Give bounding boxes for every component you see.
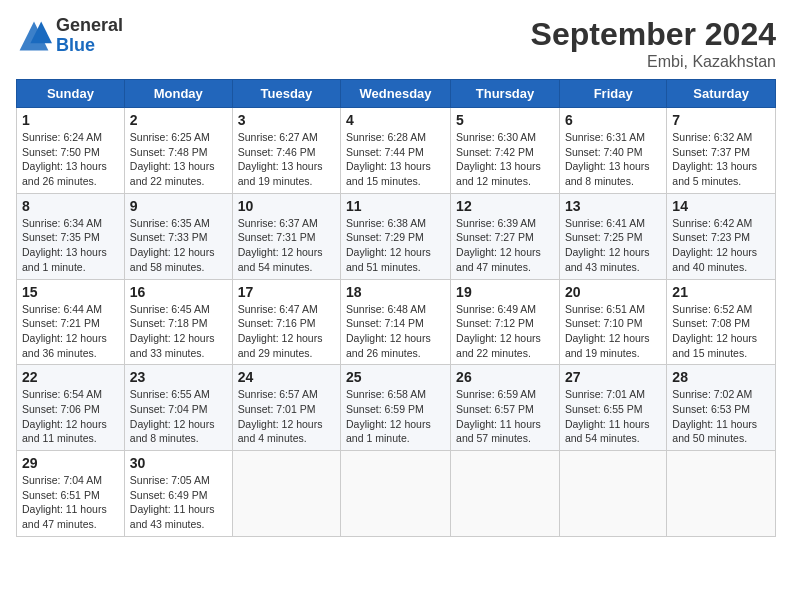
day-number: 3 bbox=[238, 112, 335, 128]
day-number: 8 bbox=[22, 198, 119, 214]
day-number: 1 bbox=[22, 112, 119, 128]
calendar-cell: 26 Sunrise: 6:59 AMSunset: 6:57 PMDaylig… bbox=[451, 365, 560, 451]
day-info: Sunrise: 6:41 AMSunset: 7:25 PMDaylight:… bbox=[565, 216, 661, 275]
day-number: 25 bbox=[346, 369, 445, 385]
month-title: September 2024 bbox=[531, 16, 776, 53]
day-info: Sunrise: 6:54 AMSunset: 7:06 PMDaylight:… bbox=[22, 387, 119, 446]
day-info: Sunrise: 7:04 AMSunset: 6:51 PMDaylight:… bbox=[22, 473, 119, 532]
day-info: Sunrise: 7:02 AMSunset: 6:53 PMDaylight:… bbox=[672, 387, 770, 446]
day-number: 19 bbox=[456, 284, 554, 300]
day-number: 5 bbox=[456, 112, 554, 128]
day-info: Sunrise: 6:51 AMSunset: 7:10 PMDaylight:… bbox=[565, 302, 661, 361]
day-header-thursday: Thursday bbox=[451, 80, 560, 108]
day-header-wednesday: Wednesday bbox=[341, 80, 451, 108]
day-header-saturday: Saturday bbox=[667, 80, 776, 108]
day-info: Sunrise: 6:32 AMSunset: 7:37 PMDaylight:… bbox=[672, 130, 770, 189]
calendar-cell: 9 Sunrise: 6:35 AMSunset: 7:33 PMDayligh… bbox=[124, 193, 232, 279]
title-area: September 2024 Embi, Kazakhstan bbox=[531, 16, 776, 71]
day-number: 26 bbox=[456, 369, 554, 385]
calendar-cell: 3 Sunrise: 6:27 AMSunset: 7:46 PMDayligh… bbox=[232, 108, 340, 194]
logo-text: General Blue bbox=[56, 16, 123, 56]
day-info: Sunrise: 6:45 AMSunset: 7:18 PMDaylight:… bbox=[130, 302, 227, 361]
calendar-cell: 4 Sunrise: 6:28 AMSunset: 7:44 PMDayligh… bbox=[341, 108, 451, 194]
calendar-cell: 5 Sunrise: 6:30 AMSunset: 7:42 PMDayligh… bbox=[451, 108, 560, 194]
day-number: 24 bbox=[238, 369, 335, 385]
day-number: 21 bbox=[672, 284, 770, 300]
day-number: 14 bbox=[672, 198, 770, 214]
calendar-cell: 15 Sunrise: 6:44 AMSunset: 7:21 PMDaylig… bbox=[17, 279, 125, 365]
day-info: Sunrise: 6:30 AMSunset: 7:42 PMDaylight:… bbox=[456, 130, 554, 189]
day-info: Sunrise: 7:05 AMSunset: 6:49 PMDaylight:… bbox=[130, 473, 227, 532]
calendar-cell: 16 Sunrise: 6:45 AMSunset: 7:18 PMDaylig… bbox=[124, 279, 232, 365]
day-number: 18 bbox=[346, 284, 445, 300]
day-number: 12 bbox=[456, 198, 554, 214]
day-info: Sunrise: 7:01 AMSunset: 6:55 PMDaylight:… bbox=[565, 387, 661, 446]
day-info: Sunrise: 6:28 AMSunset: 7:44 PMDaylight:… bbox=[346, 130, 445, 189]
calendar-cell: 7 Sunrise: 6:32 AMSunset: 7:37 PMDayligh… bbox=[667, 108, 776, 194]
day-info: Sunrise: 6:39 AMSunset: 7:27 PMDaylight:… bbox=[456, 216, 554, 275]
day-number: 16 bbox=[130, 284, 227, 300]
day-number: 13 bbox=[565, 198, 661, 214]
calendar-cell bbox=[232, 451, 340, 537]
day-number: 22 bbox=[22, 369, 119, 385]
day-info: Sunrise: 6:58 AMSunset: 6:59 PMDaylight:… bbox=[346, 387, 445, 446]
day-info: Sunrise: 6:47 AMSunset: 7:16 PMDaylight:… bbox=[238, 302, 335, 361]
day-info: Sunrise: 6:57 AMSunset: 7:01 PMDaylight:… bbox=[238, 387, 335, 446]
calendar-week-4: 22 Sunrise: 6:54 AMSunset: 7:06 PMDaylig… bbox=[17, 365, 776, 451]
calendar-cell: 1 Sunrise: 6:24 AMSunset: 7:50 PMDayligh… bbox=[17, 108, 125, 194]
calendar-cell: 17 Sunrise: 6:47 AMSunset: 7:16 PMDaylig… bbox=[232, 279, 340, 365]
day-info: Sunrise: 6:24 AMSunset: 7:50 PMDaylight:… bbox=[22, 130, 119, 189]
day-info: Sunrise: 6:55 AMSunset: 7:04 PMDaylight:… bbox=[130, 387, 227, 446]
day-number: 9 bbox=[130, 198, 227, 214]
day-info: Sunrise: 6:34 AMSunset: 7:35 PMDaylight:… bbox=[22, 216, 119, 275]
day-info: Sunrise: 6:27 AMSunset: 7:46 PMDaylight:… bbox=[238, 130, 335, 189]
calendar-table: SundayMondayTuesdayWednesdayThursdayFrid… bbox=[16, 79, 776, 537]
day-number: 20 bbox=[565, 284, 661, 300]
day-number: 7 bbox=[672, 112, 770, 128]
day-header-friday: Friday bbox=[559, 80, 666, 108]
calendar-cell: 19 Sunrise: 6:49 AMSunset: 7:12 PMDaylig… bbox=[451, 279, 560, 365]
location-title: Embi, Kazakhstan bbox=[531, 53, 776, 71]
logo: General Blue bbox=[16, 16, 123, 56]
day-number: 29 bbox=[22, 455, 119, 471]
calendar-cell: 14 Sunrise: 6:42 AMSunset: 7:23 PMDaylig… bbox=[667, 193, 776, 279]
calendar-cell: 29 Sunrise: 7:04 AMSunset: 6:51 PMDaylig… bbox=[17, 451, 125, 537]
calendar-cell: 24 Sunrise: 6:57 AMSunset: 7:01 PMDaylig… bbox=[232, 365, 340, 451]
calendar-cell bbox=[341, 451, 451, 537]
header: General Blue September 2024 Embi, Kazakh… bbox=[16, 16, 776, 71]
day-number: 28 bbox=[672, 369, 770, 385]
day-header-tuesday: Tuesday bbox=[232, 80, 340, 108]
calendar-cell: 10 Sunrise: 6:37 AMSunset: 7:31 PMDaylig… bbox=[232, 193, 340, 279]
calendar-cell: 30 Sunrise: 7:05 AMSunset: 6:49 PMDaylig… bbox=[124, 451, 232, 537]
calendar-cell: 23 Sunrise: 6:55 AMSunset: 7:04 PMDaylig… bbox=[124, 365, 232, 451]
calendar-cell: 6 Sunrise: 6:31 AMSunset: 7:40 PMDayligh… bbox=[559, 108, 666, 194]
day-info: Sunrise: 6:31 AMSunset: 7:40 PMDaylight:… bbox=[565, 130, 661, 189]
day-info: Sunrise: 6:48 AMSunset: 7:14 PMDaylight:… bbox=[346, 302, 445, 361]
day-number: 2 bbox=[130, 112, 227, 128]
calendar-cell: 22 Sunrise: 6:54 AMSunset: 7:06 PMDaylig… bbox=[17, 365, 125, 451]
calendar-cell: 25 Sunrise: 6:58 AMSunset: 6:59 PMDaylig… bbox=[341, 365, 451, 451]
day-header-sunday: Sunday bbox=[17, 80, 125, 108]
calendar-cell: 27 Sunrise: 7:01 AMSunset: 6:55 PMDaylig… bbox=[559, 365, 666, 451]
day-number: 6 bbox=[565, 112, 661, 128]
calendar-week-2: 8 Sunrise: 6:34 AMSunset: 7:35 PMDayligh… bbox=[17, 193, 776, 279]
calendar-week-3: 15 Sunrise: 6:44 AMSunset: 7:21 PMDaylig… bbox=[17, 279, 776, 365]
day-number: 4 bbox=[346, 112, 445, 128]
day-number: 27 bbox=[565, 369, 661, 385]
calendar-cell bbox=[451, 451, 560, 537]
calendar-week-5: 29 Sunrise: 7:04 AMSunset: 6:51 PMDaylig… bbox=[17, 451, 776, 537]
calendar-cell: 21 Sunrise: 6:52 AMSunset: 7:08 PMDaylig… bbox=[667, 279, 776, 365]
calendar-cell: 13 Sunrise: 6:41 AMSunset: 7:25 PMDaylig… bbox=[559, 193, 666, 279]
calendar-cell: 18 Sunrise: 6:48 AMSunset: 7:14 PMDaylig… bbox=[341, 279, 451, 365]
day-info: Sunrise: 6:38 AMSunset: 7:29 PMDaylight:… bbox=[346, 216, 445, 275]
day-number: 10 bbox=[238, 198, 335, 214]
day-info: Sunrise: 6:49 AMSunset: 7:12 PMDaylight:… bbox=[456, 302, 554, 361]
calendar-cell: 20 Sunrise: 6:51 AMSunset: 7:10 PMDaylig… bbox=[559, 279, 666, 365]
day-number: 17 bbox=[238, 284, 335, 300]
day-number: 30 bbox=[130, 455, 227, 471]
day-info: Sunrise: 6:37 AMSunset: 7:31 PMDaylight:… bbox=[238, 216, 335, 275]
day-info: Sunrise: 6:52 AMSunset: 7:08 PMDaylight:… bbox=[672, 302, 770, 361]
day-info: Sunrise: 6:42 AMSunset: 7:23 PMDaylight:… bbox=[672, 216, 770, 275]
calendar-cell: 8 Sunrise: 6:34 AMSunset: 7:35 PMDayligh… bbox=[17, 193, 125, 279]
day-info: Sunrise: 6:44 AMSunset: 7:21 PMDaylight:… bbox=[22, 302, 119, 361]
